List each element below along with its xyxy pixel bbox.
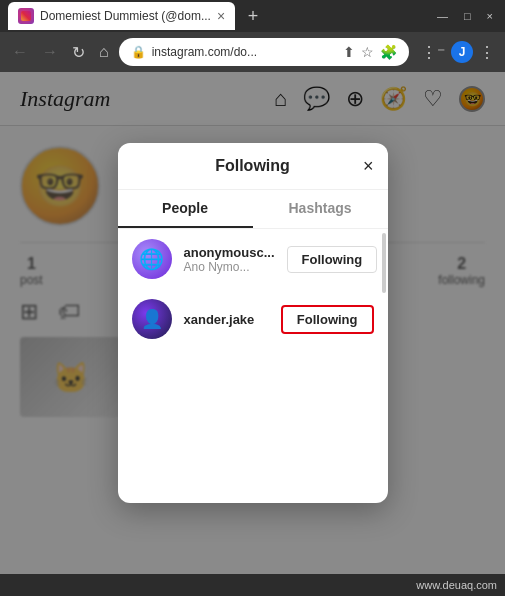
follow-button-1[interactable]: Following (287, 246, 378, 273)
close-button[interactable]: × (483, 10, 497, 22)
modal-header: Following × (118, 143, 388, 190)
modal-body: 🌐 anonymousc... Ano Nymo... Following 👤 … (118, 229, 388, 503)
maximize-button[interactable]: □ (460, 10, 475, 22)
forward-button[interactable]: → (38, 41, 62, 63)
extension-icon[interactable]: 🧩 (380, 44, 397, 60)
follow-item-2: 👤 xander.jake Following (118, 289, 388, 349)
modal-close-button[interactable]: × (363, 157, 374, 175)
status-bar: www.deuaq.com (0, 574, 505, 596)
follow-info-2: xander.jake (184, 312, 269, 327)
toolbar-icons: ⋮⁻ J ⋮ (419, 41, 497, 64)
modal-tabs: People Hashtags (118, 190, 388, 229)
following-modal: Following × People Hashtags 🌐 anonymous (118, 143, 388, 503)
follow-item-1: 🌐 anonymousc... Ano Nymo... Following (118, 229, 388, 289)
menu-icon[interactable]: ⋮ (477, 41, 497, 64)
tab-close-btn[interactable]: × (217, 8, 225, 24)
browser-tab[interactable]: Domemiest Dummiest (@dom... × (8, 2, 235, 30)
title-bar: Domemiest Dummiest (@dom... × + — □ × (0, 0, 505, 32)
instagram-page: Instagram ⌂ 💬 ⊕ 🧭 ♡ 🤓 🤓 Domemiest Dum...… (0, 72, 505, 574)
follow-displayname-1: Ano Nymo... (184, 260, 275, 274)
address-action-icons: ⬆ ☆ 🧩 (343, 44, 397, 60)
status-bar-text: www.deuaq.com (416, 579, 497, 591)
share-icon[interactable]: ⬆ (343, 44, 355, 60)
follow-avatar-2: 👤 (132, 299, 172, 339)
reload-button[interactable]: ↻ (68, 41, 89, 64)
modal-title: Following (215, 157, 290, 175)
address-text: instagram.com/do... (152, 45, 337, 59)
browser-profile-avatar[interactable]: J (451, 41, 473, 63)
follow-info-1: anonymousc... Ano Nymo... (184, 245, 275, 274)
new-tab-button[interactable]: + (239, 2, 267, 30)
window-controls: — □ × (433, 10, 497, 22)
more-tools-icon[interactable]: ⋮⁻ (419, 41, 447, 64)
svg-rect-0 (21, 11, 31, 21)
follow-username-1: anonymousc... (184, 245, 275, 260)
lock-icon: 🔒 (131, 45, 146, 59)
modal-overlay: Following × People Hashtags 🌐 anonymous (0, 72, 505, 574)
address-bar: ← → ↻ ⌂ 🔒 instagram.com/do... ⬆ ☆ 🧩 ⋮⁻ J… (0, 32, 505, 72)
follow-avatar-1: 🌐 (132, 239, 172, 279)
tab-title: Domemiest Dummiest (@dom... (40, 9, 211, 23)
home-button[interactable]: ⌂ (95, 41, 113, 63)
star-icon[interactable]: ☆ (361, 44, 374, 60)
back-button[interactable]: ← (8, 41, 32, 63)
tab-hashtags[interactable]: Hashtags (253, 190, 388, 228)
follow-button-2[interactable]: Following (281, 305, 374, 334)
address-input[interactable]: 🔒 instagram.com/do... ⬆ ☆ 🧩 (119, 38, 409, 66)
tab-people[interactable]: People (118, 190, 253, 228)
minimize-button[interactable]: — (433, 10, 452, 22)
modal-scrollbar[interactable] (382, 233, 386, 293)
tab-favicon (18, 8, 34, 24)
follow-username-2: xander.jake (184, 312, 269, 327)
